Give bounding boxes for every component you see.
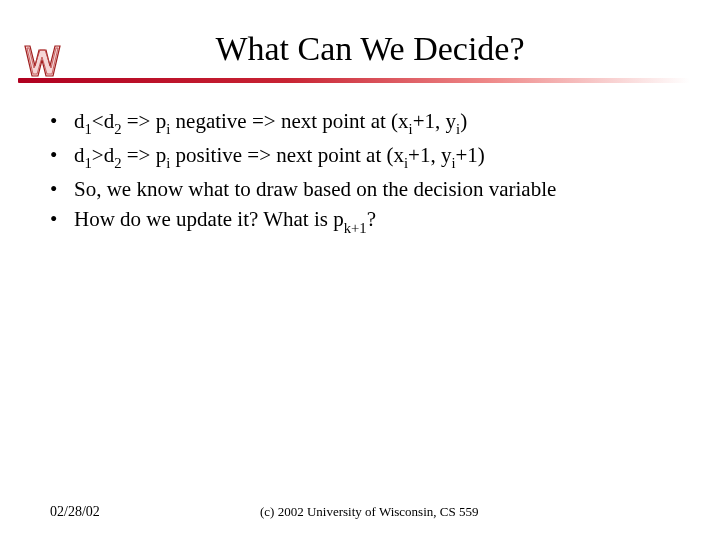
bullet-item: •d1>d2 => pi positive => next point at (…	[50, 141, 680, 173]
slide-body: •d1<d2 => pi negative => next point at (…	[0, 83, 720, 237]
bullet-marker: •	[50, 141, 74, 169]
bullet-marker: •	[50, 107, 74, 135]
bullet-text: So, we know what to draw based on the de…	[74, 175, 680, 203]
wisconsin-w-logo-icon	[22, 40, 64, 80]
bullet-list: •d1<d2 => pi negative => next point at (…	[50, 107, 680, 237]
slide-footer: 02/28/02 (c) 2002 University of Wisconsi…	[0, 504, 720, 520]
bullet-item: •So, we know what to draw based on the d…	[50, 175, 680, 203]
footer-date: 02/28/02	[50, 504, 230, 520]
bullet-text: d1>d2 => pi positive => next point at (x…	[74, 141, 680, 173]
slide-title: What Can We Decide?	[60, 30, 680, 78]
bullet-text: How do we update it? What is pk+1?	[74, 205, 680, 237]
bullet-marker: •	[50, 175, 74, 203]
bullet-item: •d1<d2 => pi negative => next point at (…	[50, 107, 680, 139]
slide-header: What Can We Decide?	[0, 0, 720, 83]
bullet-item: •How do we update it? What is pk+1?	[50, 205, 680, 237]
title-underline	[18, 78, 690, 83]
bullet-text: d1<d2 => pi negative => next point at (x…	[74, 107, 680, 139]
bullet-marker: •	[50, 205, 74, 233]
footer-copyright: (c) 2002 University of Wisconsin, CS 559	[260, 504, 478, 520]
